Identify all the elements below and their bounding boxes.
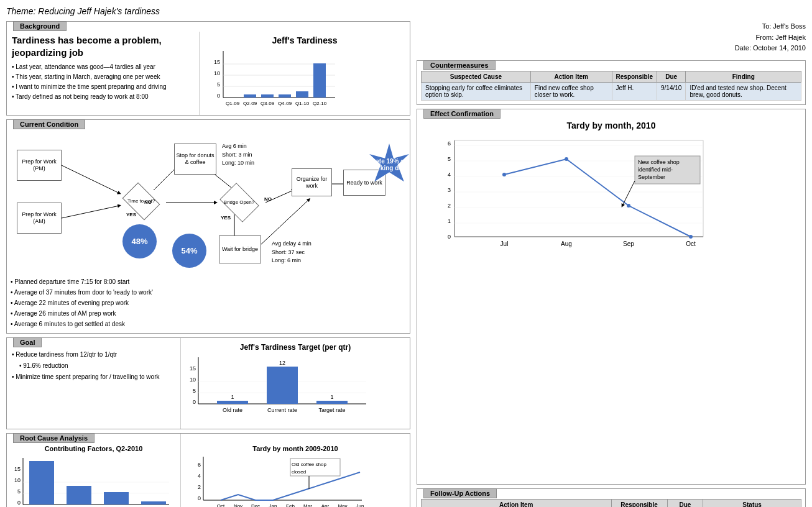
root-cause-label: Root Cause Analysis <box>13 433 95 443</box>
page-title: Theme: Reducing Jeff Hajek's tardiness <box>6 6 806 16</box>
flow-stop-donuts: Stop for donuts & coffee <box>174 144 216 175</box>
svg-point-99 <box>565 157 568 161</box>
svg-text:Target rate: Target rate <box>318 407 345 413</box>
svg-text:Q1-09: Q1-09 <box>226 101 240 106</box>
svg-text:0: 0 <box>193 399 196 405</box>
page: Theme: Reducing Jeff Hajek's tardiness B… <box>0 0 812 507</box>
root-cause-line-chart: 0 2 4 6 Oct Nov Dec Jan Feb Mar <box>185 454 365 507</box>
countermeasures-label: Countermeasures <box>423 60 496 70</box>
rc-line-title: Tardy by month 2009-2010 <box>185 445 406 452</box>
svg-text:Mar: Mar <box>303 503 312 507</box>
svg-text:1: 1 <box>448 218 451 224</box>
flow-prep-am: Prep for Work (AM) <box>17 203 62 234</box>
svg-text:2: 2 <box>198 484 201 490</box>
svg-point-98 <box>502 173 506 176</box>
svg-text:0: 0 <box>448 234 451 240</box>
svg-line-21 <box>62 165 119 193</box>
memo-area: To: Jeff's Boss From: Jeff Hajek Date: O… <box>417 21 806 54</box>
svg-text:6: 6 <box>198 462 201 468</box>
svg-text:Jul: Jul <box>501 240 509 247</box>
svg-text:Feb: Feb <box>286 503 295 507</box>
yes-label-2: YES <box>126 212 136 217</box>
svg-rect-82 <box>454 140 703 237</box>
svg-text:Jun: Jun <box>356 503 364 507</box>
svg-text:identified mid-: identified mid- <box>638 167 673 173</box>
background-bullets: • Last year, attendance was good—4 tardi… <box>12 62 194 102</box>
current-condition-label: Current Condition <box>13 119 85 129</box>
yes-bridge: YES <box>221 215 231 221</box>
cm-row: Stopping early for coffee eliminates opt… <box>422 82 801 100</box>
svg-point-100 <box>627 204 630 208</box>
svg-text:1: 1 <box>231 394 234 400</box>
svg-rect-57 <box>104 492 129 505</box>
svg-text:Q3-09: Q3-09 <box>261 101 275 106</box>
svg-rect-55 <box>29 461 54 505</box>
svg-text:New coffee shop: New coffee shop <box>638 159 680 165</box>
svg-rect-13 <box>296 91 308 98</box>
avg-6-min: Avg 6 min Short: 3 min Long: 10 min <box>222 142 254 168</box>
followup-label: Follow-Up Actions <box>423 488 497 498</box>
goal-bar-chart: 0 5 10 15 1 12 1 <box>186 354 372 422</box>
main-layout: Background Tardiness has become a proble… <box>6 21 806 507</box>
svg-text:Aug: Aug <box>561 240 572 247</box>
effect-line-chart: 0 1 2 3 4 5 6 <box>423 134 734 258</box>
svg-text:Q1-10: Q1-10 <box>295 101 310 106</box>
svg-text:4: 4 <box>448 171 451 178</box>
current-condition-section: Current Condition Prep for Work (PM) Pre… <box>6 119 410 334</box>
svg-rect-12 <box>279 94 291 98</box>
countermeasures-section: Countermeasures Suspected Cause Action I… <box>417 60 806 105</box>
svg-text:Apr: Apr <box>321 503 330 507</box>
svg-text:Q2-09: Q2-09 <box>243 101 257 106</box>
right-column: To: Jeff's Boss From: Jeff Hajek Date: O… <box>417 21 806 507</box>
effect-confirmation-section: Effect Confirmation Tardy by month, 2010… <box>417 109 806 485</box>
svg-text:5: 5 <box>448 156 451 162</box>
svg-text:Q4-09: Q4-09 <box>278 101 292 106</box>
svg-text:September: September <box>638 174 665 180</box>
followup-table: Action Item Responsible Due Status 1. Op… <box>421 499 801 507</box>
svg-text:Dec: Dec <box>251 503 260 507</box>
percent-48: 48% <box>122 224 157 258</box>
svg-text:Sep: Sep <box>623 240 634 247</box>
svg-text:Old coffee shop: Old coffee shop <box>292 462 326 467</box>
svg-text:0: 0 <box>217 93 220 99</box>
effect-label: Effect Confirmation <box>423 109 501 119</box>
background-section: Background Tardiness has become a proble… <box>6 21 410 116</box>
flow-wait-bridge: Wait for bridge <box>219 235 261 263</box>
goal-bullets: • Reduce tardiness from 12/qtr to 1/qtr … <box>12 349 175 383</box>
root-cause-section: Root Cause Analysis Contributing Factors… <box>6 433 410 507</box>
svg-text:10: 10 <box>190 377 196 383</box>
svg-text:10: 10 <box>214 70 220 76</box>
svg-text:10: 10 <box>14 477 21 483</box>
root-cause-bar-chart: 0 5 10 15 Coffee <box>11 455 172 507</box>
svg-text:4: 4 <box>198 473 201 479</box>
avg-delay: Avg delay 4 min Short: 37 sec Long: 6 mi… <box>272 240 311 265</box>
svg-rect-38 <box>217 401 248 404</box>
background-label: Background <box>13 21 67 31</box>
svg-text:closed: closed <box>292 469 306 475</box>
svg-text:Oct: Oct <box>686 240 696 247</box>
svg-text:2: 2 <box>448 203 451 209</box>
svg-text:Q2-10: Q2-10 <box>313 101 327 106</box>
svg-text:5: 5 <box>17 488 21 495</box>
svg-rect-10 <box>244 94 256 98</box>
svg-rect-42 <box>316 401 348 404</box>
goal-section: Goal • Reduce tardiness from 12/qtr to 1… <box>6 337 410 429</box>
svg-text:6: 6 <box>448 140 451 147</box>
svg-point-101 <box>689 235 693 239</box>
percent-54: 54% <box>172 234 206 268</box>
svg-text:Current rate: Current rate <box>267 407 297 413</box>
svg-text:3: 3 <box>448 187 451 193</box>
bg-chart-title: Jeff's Tardiness <box>205 35 405 45</box>
svg-text:Oct: Oct <box>217 503 225 507</box>
svg-text:15: 15 <box>214 59 220 65</box>
svg-rect-14 <box>313 63 326 98</box>
svg-text:1: 1 <box>330 394 333 400</box>
svg-rect-56 <box>67 486 91 505</box>
effect-chart-title: Tardy by month, 2010 <box>423 121 799 130</box>
svg-text:5: 5 <box>217 81 220 88</box>
svg-text:Nov: Nov <box>234 503 242 507</box>
flow-organize: Organize for work <box>292 168 332 196</box>
svg-text:Jan: Jan <box>269 503 277 507</box>
left-column: Background Tardiness has become a proble… <box>6 21 410 507</box>
svg-text:15: 15 <box>14 466 21 472</box>
